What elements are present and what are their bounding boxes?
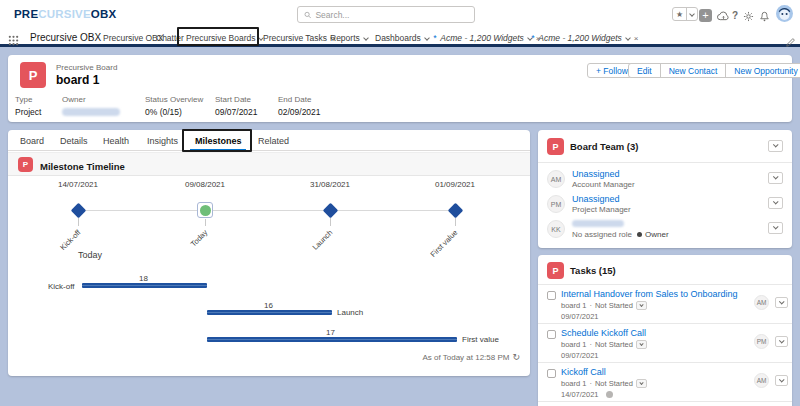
- edit-button[interactable]: Edit: [628, 63, 661, 78]
- task-title-link[interactable]: Kickoff Call: [561, 367, 606, 377]
- task-title-link[interactable]: Internal Handover from Sales to Onboardi…: [561, 289, 738, 299]
- tab-board[interactable]: Board: [20, 136, 44, 146]
- milestone-marker-today: [197, 202, 213, 218]
- close-tab-icon[interactable]: ×: [634, 34, 639, 43]
- task-meta: board 1·Not Started: [561, 379, 647, 388]
- task-meta: board 1·Not Started: [561, 340, 647, 349]
- nav-tab-reports[interactable]: Reports: [330, 33, 368, 43]
- gantt-label-launch: Launch: [337, 308, 363, 317]
- logo-text-cursive: CURSIVE: [38, 8, 91, 20]
- team-member-menu-button[interactable]: [768, 172, 783, 184]
- status-picklist-button[interactable]: [636, 379, 647, 388]
- marker-connector: [78, 218, 79, 226]
- gantt-bar-kickoff: [82, 283, 207, 288]
- help-button[interactable]: ?: [732, 7, 738, 23]
- nav-tab-dashboards[interactable]: Dashboards: [375, 33, 429, 43]
- annotation-highlight-precursive-boards: [177, 27, 259, 46]
- star-icon[interactable]: ★: [673, 8, 686, 20]
- milestone-label-launch: Launch: [286, 228, 335, 277]
- global-header: PRECURSIVEOBX ★ + ? 9: [0, 0, 800, 28]
- guidance-button[interactable]: [717, 8, 730, 24]
- astro-avatar-icon: [776, 5, 793, 22]
- pencil-icon: [786, 38, 795, 47]
- chevron-down-icon[interactable]: [625, 35, 631, 41]
- team-member-name-link[interactable]: Unassigned: [572, 169, 620, 179]
- field-end-date: End Date 02/09/2021: [278, 95, 321, 117]
- field-start-date: Start Date 09/07/2021: [215, 95, 258, 117]
- gantt-bar-first-value: [207, 337, 457, 342]
- milestone-timeline-title: Milestone Timeline: [40, 161, 125, 172]
- tab-health[interactable]: Health: [103, 136, 129, 146]
- new-contact-button[interactable]: New Contact: [660, 63, 727, 78]
- task-checkbox[interactable]: [547, 291, 556, 300]
- refresh-icon[interactable]: ↻: [512, 352, 520, 362]
- favorites-list-button[interactable]: [686, 8, 697, 20]
- team-member-role: No assigned roleOwner: [572, 230, 669, 239]
- nav-tab-precursive-tasks[interactable]: Precursive Tasks: [263, 33, 335, 43]
- team-member-menu-button[interactable]: [768, 197, 783, 209]
- task-assignee-avatar: AM: [754, 295, 769, 310]
- nav-tab-precursive-obx[interactable]: Precursive OBX: [103, 33, 163, 43]
- divider: [538, 162, 792, 163]
- setup-button[interactable]: [743, 8, 754, 24]
- timeline-axis-line: [78, 210, 455, 211]
- task-menu-button[interactable]: [775, 297, 788, 308]
- user-avatar[interactable]: [776, 5, 793, 21]
- record-title: board 1: [56, 73, 99, 87]
- status-picklist-button[interactable]: [636, 301, 647, 310]
- global-search[interactable]: [297, 6, 475, 23]
- logo-text-pre: PRE: [14, 8, 38, 20]
- chevron-down-icon: [773, 224, 778, 229]
- search-icon: [304, 11, 311, 19]
- chevron-down-icon: [779, 377, 784, 382]
- team-member-menu-button[interactable]: [768, 222, 783, 234]
- team-member-name-link[interactable]: Unassigned: [572, 194, 620, 204]
- tab-details[interactable]: Details: [60, 136, 88, 146]
- global-actions-button[interactable]: +: [699, 7, 712, 23]
- divider: [538, 323, 792, 324]
- milestone-label-today: Today: [161, 228, 210, 277]
- task-meta: board 1·Not Started: [561, 301, 647, 310]
- divider: [538, 284, 792, 285]
- nav-tab-acme-widgets-1[interactable]: *Acme - 1,200 Widgets×: [433, 33, 541, 43]
- milestone-date-1: 14/07/2021: [48, 180, 108, 189]
- task-menu-button[interactable]: [775, 375, 788, 386]
- nav-tab-acme-widgets-2[interactable]: *Acme - 1,200 Widgets×: [531, 33, 639, 43]
- tab-related[interactable]: Related: [258, 136, 289, 146]
- board-team-icon: P: [547, 138, 564, 155]
- tab-insights[interactable]: Insights: [147, 136, 178, 146]
- milestone-label-kickoff: Kick-off: [34, 228, 83, 277]
- unsaved-indicator: *: [433, 33, 436, 43]
- owner-tag: Owner: [645, 230, 669, 239]
- search-input[interactable]: [315, 10, 468, 20]
- unsaved-indicator: *: [531, 33, 534, 43]
- milestone-date-3: 31/08/2021: [300, 180, 360, 189]
- app-launcher-button[interactable]: [8, 32, 19, 50]
- new-opportunity-button[interactable]: New Opportunity: [725, 63, 800, 78]
- avatar-kk: KK: [547, 220, 565, 238]
- as-of-timestamp: As of Today at 12:58 PM ↻: [422, 352, 520, 362]
- marker-connector: [330, 218, 331, 226]
- gantt-today-label: Today: [78, 250, 102, 260]
- chevron-down-icon: [639, 303, 643, 307]
- milestone-date-4: 01/09/2021: [425, 180, 485, 189]
- task-menu-button[interactable]: [775, 336, 788, 347]
- chevron-down-icon[interactable]: [424, 35, 430, 41]
- edit-page-button[interactable]: [786, 33, 795, 51]
- favorites-button[interactable]: ★: [672, 6, 698, 22]
- task-checkbox[interactable]: [547, 369, 556, 378]
- avatar-am: AM: [547, 170, 565, 188]
- team-member-role: Project Manager: [572, 205, 631, 214]
- marker-connector: [455, 218, 456, 226]
- chevron-down-icon: [779, 338, 784, 343]
- task-checkbox[interactable]: [547, 330, 556, 339]
- app-window: PRECURSIVEOBX ★ + ? 9: [0, 0, 800, 406]
- field-owner: Owner: [62, 95, 120, 116]
- chevron-down-icon[interactable]: [363, 35, 369, 41]
- tasks-icon: P: [547, 262, 564, 279]
- board-team-menu-button[interactable]: [768, 140, 783, 152]
- annotation-highlight-milestones: [182, 129, 252, 152]
- team-member-role: Account Manager: [572, 180, 635, 189]
- status-picklist-button[interactable]: [636, 340, 647, 349]
- task-title-link[interactable]: Schedule Kickoff Call: [561, 328, 646, 338]
